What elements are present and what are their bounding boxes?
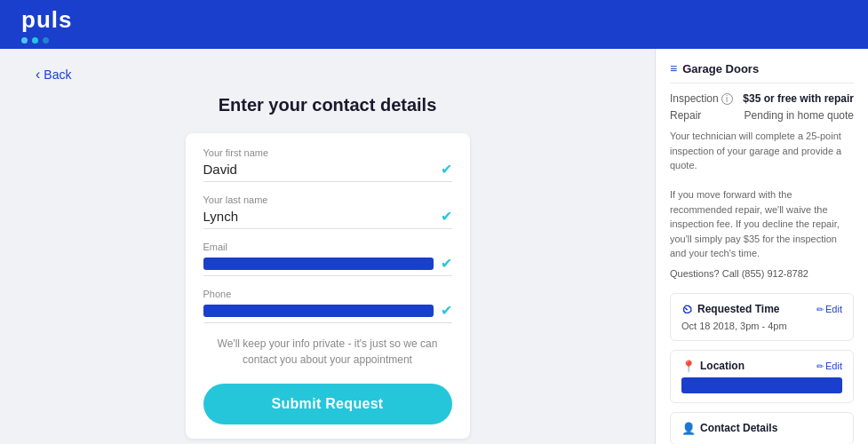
email-masked-value[interactable] (203, 258, 434, 270)
clock-icon: ⏲ (681, 303, 693, 316)
first-name-value[interactable]: David (203, 162, 434, 177)
form-title: Enter your contact details (219, 95, 437, 115)
phone-check-icon: ✔ (441, 302, 452, 319)
first-name-field: Your first name David ✔ (203, 147, 452, 182)
email-label: Email (203, 242, 452, 252)
service-description: Your technician will complete a 25-point… (670, 129, 854, 261)
pricing-inspection-row: Inspection i $35 or free with repair (670, 92, 854, 105)
requested-time-section: ⏲ Requested Time ✏ Edit Oct 18 2018, 3pm… (670, 293, 854, 341)
first-name-check-icon: ✔ (441, 161, 452, 178)
requested-time-value: Oct 18 2018, 3pm - 4pm (681, 321, 842, 331)
last-name-check-icon: ✔ (441, 208, 452, 225)
sidebar-service-title: Garage Doors (682, 62, 759, 75)
logo-dot-2 (32, 37, 38, 44)
sidebar: ≡ Garage Doors Inspection i $35 or free … (655, 49, 868, 444)
contact-details-section: 👤 Contact Details (670, 412, 854, 445)
garage-door-icon: ≡ (670, 61, 677, 75)
inspection-info-icon[interactable]: i (721, 93, 733, 105)
location-section: 📍 Location ✏ Edit (670, 350, 854, 403)
requested-time-edit-link[interactable]: ✏ Edit (816, 304, 842, 314)
phone-masked-value[interactable] (203, 305, 434, 317)
location-value-bar (681, 377, 842, 393)
sidebar-service-header: ≡ Garage Doors (670, 61, 854, 83)
requested-time-title: ⏲ Requested Time (681, 303, 779, 316)
location-header: 📍 Location ✏ Edit (681, 360, 842, 373)
requested-time-header: ⏲ Requested Time ✏ Edit (681, 303, 842, 316)
logo-dot-1 (21, 37, 28, 44)
questions-text: Questions? Call (855) 912-8782 (670, 268, 854, 279)
header: puls (0, 0, 868, 49)
contact-person-icon: 👤 (681, 422, 696, 435)
location-title: 📍 Location (681, 360, 745, 373)
logo-dot-3 (43, 37, 49, 44)
back-link[interactable]: ‹ Back (36, 67, 71, 83)
last-name-label: Your last name (203, 194, 452, 205)
back-arrow-icon: ‹ (36, 67, 40, 83)
contact-details-title: Contact Details (700, 422, 777, 434)
contact-details-header: 👤 Contact Details (681, 422, 842, 435)
pricing-inspection-value: $35 or free with repair (743, 92, 854, 105)
first-name-row: David ✔ (203, 161, 452, 182)
location-edit-pencil-icon: ✏ (816, 361, 824, 371)
phone-label: Phone (203, 289, 452, 299)
phone-field: Phone ✔ (203, 289, 452, 323)
contact-form-card: Your first name David ✔ Your last name L… (186, 133, 470, 439)
logo: puls (21, 6, 72, 44)
privacy-note: We'll keep your info private - it's just… (203, 336, 452, 368)
form-area: ‹ Back Enter your contact details Your f… (0, 49, 655, 444)
pricing-repair-label: Repair (670, 109, 701, 122)
last-name-value[interactable]: Lynch (203, 209, 434, 224)
submit-button[interactable]: Submit Request (203, 384, 452, 424)
email-row: ✔ (203, 255, 452, 276)
last-name-field: Your last name Lynch ✔ (203, 194, 452, 229)
location-edit-link[interactable]: ✏ Edit (816, 361, 842, 371)
phone-row: ✔ (203, 302, 452, 323)
logo-text: puls (21, 6, 72, 34)
edit-pencil-icon: ✏ (816, 305, 824, 314)
pricing-repair-value: Pending in home quote (745, 109, 854, 122)
location-pin-icon: 📍 (681, 360, 696, 373)
email-field: Email ✔ (203, 242, 452, 276)
last-name-row: Lynch ✔ (203, 208, 452, 229)
first-name-label: Your first name (203, 147, 452, 158)
pricing-repair-row: Repair Pending in home quote (670, 109, 854, 122)
logo-dots (21, 37, 72, 44)
pricing-inspection-label: Inspection i (670, 92, 733, 105)
email-check-icon: ✔ (441, 255, 452, 272)
back-label: Back (44, 67, 71, 82)
sidebar-service-section: ≡ Garage Doors Inspection i $35 or free … (670, 61, 854, 279)
main-content: ‹ Back Enter your contact details Your f… (0, 49, 868, 444)
